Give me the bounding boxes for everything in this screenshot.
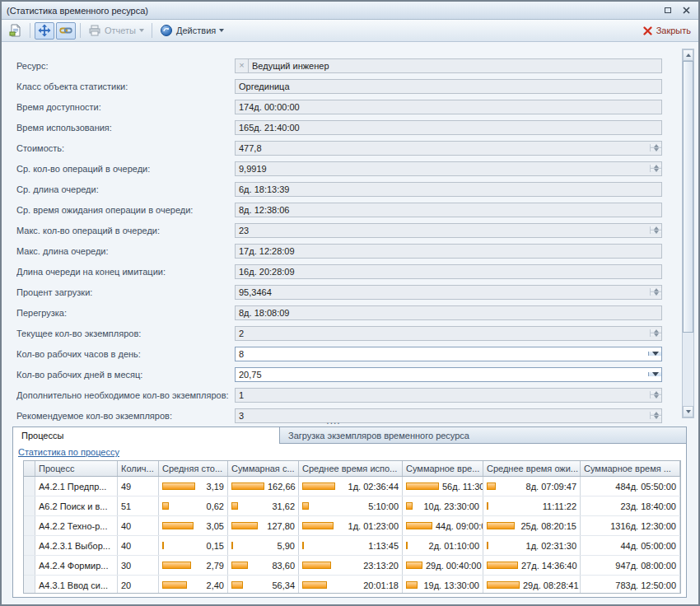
cell: 20 <box>118 576 159 594</box>
field-input[interactable]: 1 <box>235 388 662 403</box>
field-input[interactable]: 2 <box>235 326 662 341</box>
cell: 31,62 <box>228 496 299 515</box>
cell-value: 31,62 <box>268 501 295 511</box>
cell-value: 56д. 11:30:00 <box>439 482 483 492</box>
column-header[interactable]: Процесс <box>35 461 118 476</box>
field-input[interactable]: 16д. 20:28:09 <box>235 264 662 279</box>
form-scrollbar[interactable] <box>682 49 694 418</box>
field-input[interactable]: 8д. 12:38:06 <box>235 203 662 217</box>
chevron-down-icon <box>139 29 144 32</box>
field-input[interactable]: Оргединица <box>235 79 662 94</box>
spin-down-icon[interactable] <box>651 147 661 152</box>
spin-down-icon[interactable] <box>651 168 661 172</box>
maximize-icon <box>665 7 671 13</box>
field-input[interactable]: 8 <box>235 347 662 361</box>
field-input[interactable]: 8д. 18:08:09 <box>235 305 662 320</box>
column-header[interactable]: Среднее время ожи... <box>483 461 581 476</box>
fit-arrows-button[interactable] <box>35 22 54 40</box>
spin-down-icon[interactable] <box>651 333 661 337</box>
field-value: Ведущий инженер <box>252 61 661 71</box>
cell-value: 20:01:18 <box>360 580 399 590</box>
form-row: Перегрузка:8д. 18:08:09 <box>2 302 698 323</box>
maximize-button[interactable] <box>660 4 675 16</box>
spinner[interactable] <box>650 165 661 172</box>
column-header[interactable]: Колич... <box>118 461 159 476</box>
cell-value: 83,60 <box>268 561 295 571</box>
cell: А4.2.2 Техно-р... <box>35 516 118 535</box>
column-header[interactable]: Суммарное вре... <box>403 461 483 476</box>
actions-globe-icon <box>160 24 173 37</box>
table-row[interactable]: А4.2.4 Формир...302,7983,6023:13:2029д. … <box>24 556 680 576</box>
table-row[interactable]: А4.3.1 Ввод си...202,4056,3420:01:1819д.… <box>24 576 680 594</box>
processes-tab-page: Статистика по процессу ПроцессКолич...Ср… <box>12 443 687 598</box>
field-label: Время использования: <box>16 123 235 133</box>
spinner[interactable] <box>650 226 661 234</box>
spinner[interactable] <box>650 144 661 152</box>
field-input[interactable]: 17д. 12:28:09 <box>235 244 662 259</box>
process-statistics-link[interactable]: Статистика по процессу <box>18 447 119 457</box>
value-bar <box>231 542 233 549</box>
field: Оргединица <box>235 79 662 94</box>
grid-body: А4.2.1 Предпр...493,19162,661д. 02:36:44… <box>24 477 680 594</box>
cell-value: 8д. 07:09:47 <box>523 482 576 492</box>
scroll-up-button[interactable] <box>683 49 693 61</box>
value-bar <box>302 482 335 490</box>
scrollbar-thumb[interactable] <box>683 61 693 333</box>
value-bar <box>487 562 518 569</box>
field-input[interactable]: Ведущий инженер <box>248 58 662 73</box>
chevron-down-icon <box>652 372 659 376</box>
cell-value: 0,15 <box>203 541 224 551</box>
cell: 5,90 <box>228 536 299 555</box>
link-toggle-button[interactable] <box>56 22 76 40</box>
arrow-down-icon <box>686 410 691 413</box>
spin-down-icon[interactable] <box>651 394 661 399</box>
column-header[interactable]: Суммарная с... <box>228 461 299 476</box>
report-document-button[interactable] <box>6 22 26 40</box>
actions-button[interactable]: Действия <box>156 22 227 40</box>
field-input[interactable]: 174д. 00:00:00 <box>235 100 662 114</box>
tab-resource-load[interactable]: Загрузка экземпляров временного ресурса <box>280 427 687 444</box>
close-dialog-button[interactable]: Закрыть <box>639 22 694 40</box>
field-input[interactable]: 477,8 <box>235 141 662 156</box>
field-input[interactable]: 23 <box>235 223 662 238</box>
cell-value: 11:11:22 <box>539 501 576 511</box>
field-label: Текущее кол-во экземпляров: <box>16 329 235 338</box>
field-value: 17д. 12:28:09 <box>239 246 661 256</box>
dropdown-button[interactable] <box>648 372 661 376</box>
column-header[interactable]: Суммарное время ... <box>581 461 680 476</box>
clear-icon[interactable]: × <box>235 58 248 73</box>
cell-value: 3,05 <box>203 521 224 531</box>
field-input[interactable]: 6д. 18:13:39 <box>235 182 662 197</box>
column-header[interactable]: Среднее время испо... <box>299 461 403 476</box>
reports-button[interactable]: Отчеты <box>85 22 147 40</box>
value-bar <box>302 562 331 569</box>
table-row[interactable]: А4.2.1 Предпр...493,19162,661д. 02:36:44… <box>24 477 680 496</box>
tab-processes[interactable]: Процессы <box>12 427 280 444</box>
table-row[interactable]: А6.2 Поиск и в...510,6231,625:10:0010д. … <box>24 496 680 516</box>
spinner[interactable] <box>650 391 661 399</box>
field-input[interactable]: 165д. 21:40:00 <box>235 120 662 135</box>
cell-value: 44д. 05:00:00 <box>617 541 676 551</box>
cell: 127,80 <box>228 516 299 535</box>
column-header[interactable]: Средняя сто... <box>159 461 228 476</box>
cell: 23:13:20 <box>299 556 403 575</box>
table-row[interactable]: А4.2.2 Техно-р...403,05127,801д. 01:23:0… <box>24 516 680 536</box>
value-bar <box>302 502 309 510</box>
field-value: 174д. 00:00:00 <box>239 102 661 112</box>
field-input[interactable]: 9,9919 <box>235 161 662 176</box>
close-button[interactable] <box>679 4 693 16</box>
cell-value: 783д. 12:50:00 <box>612 580 676 590</box>
table-row[interactable]: А4.2.3.1 Выбор...400,155,901:13:452д. 01… <box>24 536 680 556</box>
field-input[interactable]: 20,75 <box>235 367 662 382</box>
chevron-down-icon <box>219 29 224 32</box>
dropdown-button[interactable] <box>648 352 661 356</box>
spinner[interactable] <box>650 288 661 296</box>
form-row: Кол-во рабочих часов в день:8 <box>2 343 698 364</box>
field-input[interactable]: 95,3464 <box>235 285 662 300</box>
value-bar <box>231 581 243 589</box>
scroll-down-button[interactable] <box>683 406 693 417</box>
spinner[interactable] <box>650 329 661 337</box>
close-icon <box>683 7 690 14</box>
spin-down-icon[interactable] <box>651 291 661 296</box>
spin-down-icon[interactable] <box>651 230 661 234</box>
